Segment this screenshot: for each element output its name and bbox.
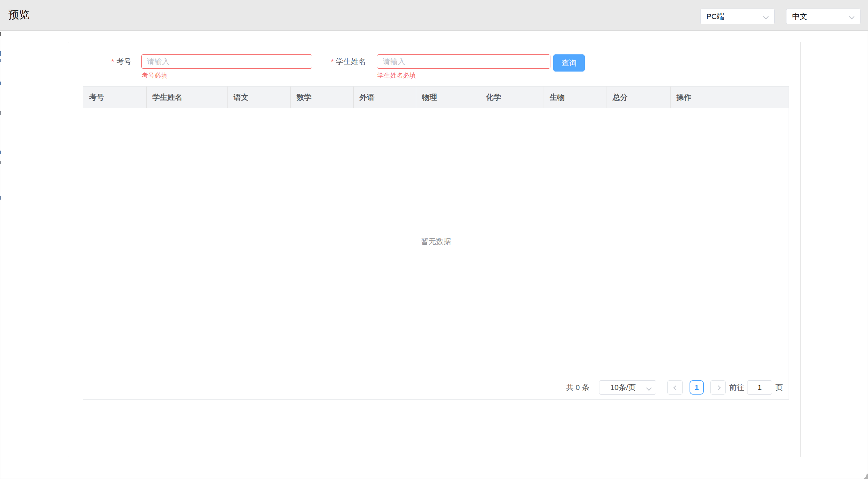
resize-grip[interactable] <box>861 474 868 479</box>
chevron-right-icon <box>716 386 720 389</box>
goto-suffix-label: 页 <box>775 382 783 392</box>
preview-window: 预览 PC端 中文 *考号 考号必填 *学生姓名 学生姓名必填 查询 考号 学生… <box>0 0 868 479</box>
device-select-value: PC端 <box>706 11 724 21</box>
required-asterisk: * <box>331 57 334 65</box>
col-header-foreign-language: 外语 <box>354 87 416 108</box>
col-header-physics: 物理 <box>416 87 480 108</box>
goto-page-input[interactable] <box>747 380 772 395</box>
exam-number-error: 考号必填 <box>142 71 167 80</box>
chevron-down-icon <box>647 386 652 391</box>
results-table: 考号 学生姓名 语文 数学 外语 物理 化学 生物 总分 操作 暂无数据 共 0… <box>83 86 789 400</box>
col-header-biology: 生物 <box>544 87 607 108</box>
topbar: 预览 PC端 中文 <box>0 0 868 31</box>
empty-data-text: 暂无数据 <box>83 236 789 246</box>
exam-number-label: *考号 <box>111 54 131 69</box>
current-page-button[interactable]: 1 <box>690 380 704 395</box>
edge-artifact <box>0 51 1 56</box>
col-header-math: 数学 <box>291 87 354 108</box>
page-size-value: 10条/页 <box>610 382 636 392</box>
exam-number-input[interactable] <box>141 54 312 69</box>
edge-artifact <box>0 111 1 115</box>
col-header-student-name: 学生姓名 <box>147 87 228 108</box>
page-title: 预览 <box>8 8 30 22</box>
pagination-bar: 共 0 条 10条/页 1 前往 页 <box>83 375 789 399</box>
student-name-label: *学生姓名 <box>331 54 366 69</box>
student-name-error: 学生姓名必填 <box>377 71 416 80</box>
total-count-text: 共 0 条 <box>566 382 589 392</box>
student-name-input[interactable] <box>377 54 550 69</box>
required-asterisk: * <box>111 57 114 65</box>
language-select-value: 中文 <box>792 11 807 21</box>
table-header-row: 考号 学生姓名 语文 数学 外语 物理 化学 生物 总分 操作 <box>83 87 789 108</box>
col-header-exam-number: 考号 <box>83 87 147 108</box>
chevron-left-icon <box>673 386 677 389</box>
page-size-select[interactable]: 10条/页 <box>599 380 656 395</box>
col-header-total-score: 总分 <box>607 87 671 108</box>
edge-artifact <box>0 32 1 36</box>
edge-artifact <box>0 151 1 154</box>
chevron-down-icon <box>764 15 769 19</box>
language-select[interactable]: 中文 <box>786 9 860 24</box>
col-header-actions: 操作 <box>671 87 789 108</box>
col-header-chinese: 语文 <box>228 87 291 108</box>
table-body: 暂无数据 <box>83 108 789 375</box>
edge-artifact <box>0 161 1 164</box>
edge-artifact <box>0 59 1 62</box>
next-page-button[interactable] <box>710 380 726 395</box>
edge-artifact <box>0 82 1 85</box>
col-header-chemistry: 化学 <box>480 87 544 108</box>
goto-prefix-label: 前往 <box>729 382 744 392</box>
chevron-down-icon <box>850 15 854 19</box>
device-select[interactable]: PC端 <box>700 9 775 24</box>
prev-page-button[interactable] <box>667 380 683 395</box>
query-button[interactable]: 查询 <box>553 54 585 72</box>
edge-artifact <box>0 196 1 200</box>
